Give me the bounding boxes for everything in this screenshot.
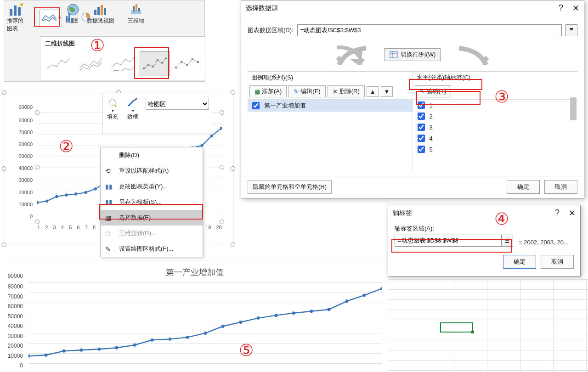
svg-rect-14 [68, 13, 70, 23]
line-chart-dropdown[interactable]: ▾ [39, 10, 62, 26]
svg-point-45 [201, 144, 204, 147]
svg-rect-27 [197, 61, 199, 63]
close-icon[interactable]: ✕ [572, 3, 579, 13]
svg-rect-13 [66, 16, 68, 23]
chart-element-select[interactable]: 绘图区 [146, 98, 209, 110]
chart-type-icons-row[interactable] [65, 11, 102, 25]
axis-labels-dialog: 轴标签 ? ✕ 轴标签区域(A): = 2002, 2003, 20... 确定… [388, 205, 581, 276]
cancel-button[interactable]: 取消 [541, 255, 574, 269]
edit-axis-labels-button[interactable]: ✎编辑(T) [415, 85, 452, 97]
switch-row-col-button[interactable]: 切换行/列(W) [384, 48, 441, 61]
svg-point-70 [328, 308, 331, 311]
remove-series-button[interactable]: ✕删除(R) [328, 85, 365, 97]
svg-point-60 [151, 338, 154, 342]
axis-labels-panel: 水平(分类)轴标签(C) ✎编辑(T) 1 2 3 4 5 [413, 72, 578, 171]
fill-button[interactable]: ▾ 填充 [102, 93, 123, 134]
ctx-delete[interactable]: 删除(D) [101, 147, 203, 163]
border-button[interactable]: ▾ 边框 [123, 93, 143, 134]
recommended-charts-button[interactable]: 推荐的图表 [7, 2, 25, 33]
result-chart: 第一产业增加值 01000020000300004000050000600007… [3, 260, 387, 372]
legend-series-panel: 图例项(系列)(S) ▦添加(A) ✎编辑(E) ✕删除(R) ▲ ▼ 第一产业… [248, 72, 413, 171]
range-picker-button[interactable] [501, 235, 513, 247]
arrow-left-icon [334, 45, 371, 65]
axis-item[interactable]: 3 [413, 122, 578, 133]
svg-point-66 [257, 316, 260, 320]
ctx-save-template[interactable]: ▮▮另存为模板(S)... [101, 194, 203, 210]
line-thumb-1[interactable] [43, 51, 74, 76]
line-thumb-2[interactable] [75, 51, 106, 76]
help-icon[interactable]: ? [555, 208, 560, 218]
svg-point-17 [143, 68, 145, 69]
chart-mini-toolbar: ▾ 填充 ▾ 边框 绘图区 [102, 93, 212, 134]
svg-point-57 [98, 348, 101, 351]
hidden-cells-button[interactable]: 隐藏的单元格和空单元格(H) [248, 180, 332, 194]
annotation-2: ② [59, 137, 74, 156]
help-icon[interactable]: ? [559, 3, 563, 13]
line-thumb-5-markers[interactable] [172, 51, 202, 76]
svg-point-64 [221, 325, 225, 328]
close-icon[interactable]: ✕ [569, 208, 576, 218]
svg-rect-1 [14, 6, 17, 16]
arrow-right-icon [454, 45, 491, 65]
svg-rect-12 [138, 8, 140, 11]
ctx-reset-style[interactable]: ⟲重设以匹配样式(A) [101, 163, 203, 179]
svg-point-28 [37, 201, 39, 204]
ctx-select-data[interactable]: ▦选择数据(E)... [101, 210, 203, 225]
scrollbar[interactable] [570, 97, 577, 120]
svg-point-30 [55, 195, 58, 198]
ctx-3d-rotate: ◻三维旋转(R)... [101, 225, 203, 241]
ctx-change-chart-type[interactable]: ▮▮更改图表类型(Y)... [101, 179, 203, 194]
y-axis: 0100002000030000400005000060000700008000… [11, 113, 34, 222]
svg-rect-26 [192, 58, 193, 60]
axis-item[interactable]: 5 [413, 144, 578, 155]
move-up-button[interactable]: ▲ [367, 86, 379, 97]
annotation-4: ④ [494, 209, 509, 229]
svg-rect-23 [175, 67, 177, 68]
ctx-format-plot-area[interactable]: ✎设置绘图区格式(F)... [101, 241, 203, 257]
ok-button[interactable]: 确定 [507, 180, 540, 194]
svg-rect-10 [133, 6, 135, 11]
svg-rect-0 [10, 9, 12, 16]
active-cell[interactable] [440, 322, 473, 333]
svg-rect-25 [186, 64, 188, 66]
3d-map-button[interactable]: 三维地 [128, 2, 144, 25]
axis-item[interactable]: 4 [413, 133, 578, 144]
series-1-checkbox[interactable] [252, 102, 260, 109]
svg-rect-48 [570, 28, 573, 29]
chart-range-label: 图表数据区域(D): [248, 26, 294, 34]
move-down-button[interactable]: ▼ [381, 86, 393, 97]
svg-point-63 [204, 332, 207, 335]
svg-rect-8 [104, 8, 106, 15]
svg-point-3 [20, 3, 23, 6]
line-thumb-4-markers[interactable] [140, 51, 170, 76]
svg-point-56 [80, 349, 83, 352]
edit-series-button[interactable]: ✎编辑(E) [288, 85, 325, 97]
axis-item[interactable]: 2 [413, 111, 578, 122]
svg-rect-52 [505, 242, 509, 243]
chart-range-input[interactable] [297, 24, 562, 36]
series-item-1[interactable]: 第一产业增加值 [248, 100, 413, 112]
svg-point-29 [45, 200, 48, 203]
svg-point-22 [165, 57, 167, 59]
cancel-button[interactable]: 取消 [544, 180, 577, 194]
line-thumb-3[interactable] [107, 51, 138, 76]
svg-point-68 [292, 311, 295, 315]
axis-range-label: 轴标签区域(A): [395, 225, 574, 233]
worksheet-grid[interactable] [388, 279, 588, 372]
svg-rect-24 [181, 61, 182, 63]
chart-title: 第一产业增加值 [3, 260, 387, 280]
svg-point-65 [239, 321, 243, 324]
range-picker-button[interactable] [565, 24, 577, 36]
line-chart-submenu: 二维折线图 [40, 36, 205, 80]
svg-point-18 [147, 64, 149, 66]
ok-button[interactable]: 确定 [503, 255, 536, 269]
svg-point-19 [152, 66, 154, 68]
svg-rect-11 [136, 4, 137, 11]
svg-point-31 [65, 193, 68, 197]
svg-point-67 [275, 314, 278, 317]
axis-range-preview: = 2002, 2003, 20... [517, 236, 569, 246]
axis-range-input[interactable] [395, 235, 501, 247]
svg-rect-15 [71, 18, 73, 23]
svg-point-46 [210, 134, 213, 137]
add-series-button[interactable]: ▦添加(A) [249, 85, 287, 97]
